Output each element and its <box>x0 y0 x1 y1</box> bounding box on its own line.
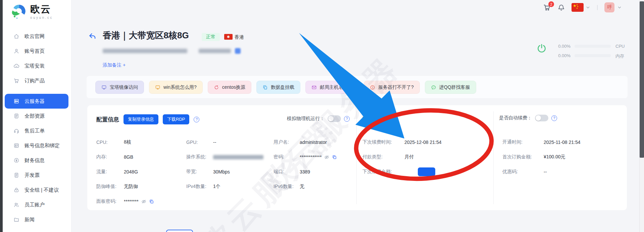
bell-icon <box>557 4 565 11</box>
window-edge <box>0 0 3 232</box>
topbar-divider: | <box>597 4 598 10</box>
chevron-down-icon[interactable] <box>586 5 590 10</box>
back-button[interactable] <box>88 32 97 42</box>
sidebar-item-label: 订购产品 <box>24 78 45 84</box>
server-icon <box>13 98 19 104</box>
tag-server-wont-open[interactable]: 服务器打不开了? <box>364 81 420 94</box>
yen-icon <box>13 157 19 163</box>
eye-off-icon[interactable] <box>324 154 330 160</box>
user-icon <box>13 48 19 54</box>
brand-logo-icon <box>10 3 28 22</box>
copy-icon[interactable] <box>235 48 241 54</box>
sidebar-item-staff-accounts[interactable]: 员工账户 <box>3 197 71 212</box>
quick-links-panel: 宝塔镜像访问 win系统怎么用? centos换源 数据盘挂载 邮局主机名修改 … <box>87 76 628 98</box>
field-port: 端口:3389 <box>274 164 337 179</box>
payment-column: 下次续费时间:2025-12-08 21:54 付款类型:月付 下次续费金额: <box>362 135 442 179</box>
users-icon <box>13 202 19 208</box>
tag-qq-support[interactable]: 进QQ群找客服 <box>425 81 476 94</box>
folder-icon <box>13 217 19 223</box>
redacted-instance-id <box>103 49 187 53</box>
tag-mail-hostname[interactable]: 邮局主机名修改 <box>305 81 359 94</box>
field-pay-type: 付款类型:月付 <box>362 150 442 164</box>
sidebar-item-support-ticket[interactable]: 售后工单 <box>3 123 71 138</box>
sidebar-item-invoice[interactable]: 开发票 <box>3 168 71 183</box>
section-divider <box>356 111 357 204</box>
tag-bt-image-access[interactable]: 宝塔镜像访问 <box>95 81 144 94</box>
field-next-renew-time: 下次续费时间:2025-12-08 21:54 <box>362 135 442 150</box>
sidebar-item-official-site[interactable]: 欧云官网 <box>3 29 71 44</box>
sidebar-item-label: 账号信息和绑定 <box>24 143 60 149</box>
sidebar-item-all-resources[interactable]: 全部资源 <box>3 109 71 123</box>
redacted-ip-address <box>199 49 231 53</box>
cart-icon <box>13 78 19 84</box>
back-arrow-icon <box>88 32 97 41</box>
download-rdp-button[interactable]: 下载RDP <box>163 114 189 124</box>
sidebar-item-account-info[interactable]: 账号信息和绑定 <box>3 138 71 153</box>
sidebar-item-order-products[interactable]: 订购产品 <box>3 73 71 88</box>
cart-button[interactable]: 2 <box>543 3 551 11</box>
lock-icon <box>13 187 19 193</box>
sidebar-item-finance-info[interactable]: 财务信息 <box>3 153 71 168</box>
tag-centos-mirror[interactable]: centos换源 <box>208 81 251 94</box>
tag-data-disk-mount[interactable]: 数据盘挂载 <box>256 81 300 94</box>
hongkong-flag-icon: ✽ <box>224 34 233 40</box>
power-icon <box>536 43 547 54</box>
notifications-button[interactable] <box>557 4 565 11</box>
headset-icon <box>13 128 19 134</box>
field-username: 用户名:administrator <box>274 135 337 150</box>
server-detail-card: 配置信息 复制登录信息 下载RDP ? 模拟物理机运行： ? CPU:8核 内存… <box>87 105 627 210</box>
add-note-link[interactable]: 添加备注 + <box>103 62 126 68</box>
renewal-column: 开通时间:2025-11-08 21:54 首次订购金额:¥100.00元 优惠… <box>502 135 581 179</box>
avatar[interactable]: 呼 <box>604 2 614 12</box>
config-column-2: GPU:-- 操作系统: 带宽:30Mbps IPv4数量:1个 <box>186 135 263 194</box>
mail-icon <box>311 85 317 90</box>
sidebar-item-label: 账号首页 <box>24 48 45 54</box>
copy-icon[interactable] <box>332 155 337 160</box>
sidebar-item-account-home[interactable]: 账号首页 <box>3 44 71 59</box>
field-defense: 防御峰值:无防御 <box>96 179 154 194</box>
sidebar-item-label: 新闻 <box>24 217 35 223</box>
config-column-3: 用户名:administrator 密码: ************ 端口:33… <box>274 135 337 194</box>
auto-renew-label: 是否自动续费： <box>499 115 532 121</box>
copy-icon[interactable] <box>149 199 154 204</box>
field-os: 操作系统: <box>186 150 263 164</box>
mem-percent: 0.00% <box>553 53 571 58</box>
home-icon <box>13 33 19 39</box>
sidebar-item-label: 售后工单 <box>24 128 45 134</box>
chevron-down-icon[interactable] <box>617 5 622 10</box>
cutoff-action-button[interactable] <box>166 230 193 232</box>
simulate-physical-toggle[interactable] <box>328 115 341 122</box>
language-flag-china[interactable]: ★ <box>572 3 584 12</box>
tag-win-howto[interactable]: win系统怎么用? <box>149 81 203 94</box>
page-title: 香港｜大带宽区8核8G <box>103 30 189 41</box>
help-icon[interactable]: ? <box>344 116 350 122</box>
brand-logo[interactable]: 欧云 ouyun.cc <box>3 0 71 29</box>
sidebar-item-news[interactable]: 新闻 <box>3 212 71 227</box>
brand-domain: ouyun.cc <box>30 16 53 20</box>
renew-button[interactable] <box>418 167 435 176</box>
field-password: 密码: ************ <box>274 150 337 164</box>
field-ipv6: IPv6数量:无 <box>274 179 337 194</box>
mem-meter <box>575 54 611 57</box>
cloud-icon <box>13 63 19 69</box>
help-icon[interactable]: ? <box>194 117 199 122</box>
field-next-renew-amount: 下次续费金额: <box>362 164 442 179</box>
scrollbar-thumb[interactable] <box>640 1 644 158</box>
sidebar-item-security-group[interactable]: 安全组 | 不建议 <box>3 183 71 197</box>
sidebar-item-label: 财务信息 <box>24 157 45 164</box>
alert-icon <box>370 85 375 90</box>
eye-off-icon[interactable] <box>141 199 147 204</box>
redacted-os-value <box>213 155 263 159</box>
sidebar-item-label: 全部资源 <box>24 113 45 119</box>
auto-renew-toggle[interactable] <box>535 115 548 121</box>
mem-meter-label: 内存 <box>615 53 624 59</box>
copy-login-button[interactable]: 复制登录信息 <box>123 114 158 124</box>
help-icon[interactable]: ? <box>551 115 557 121</box>
sidebar-item-label: 员工账户 <box>24 202 45 208</box>
scrollbar[interactable] <box>639 0 644 232</box>
sidebar-item-label: 安全组 | 不建议 <box>24 187 59 193</box>
sidebar-item-cloud-server[interactable]: 云服务器 <box>5 94 68 109</box>
power-button[interactable] <box>536 43 547 55</box>
sidebar-item-bt-install[interactable]: 宝塔安装 <box>3 59 71 73</box>
idcard-icon <box>13 143 19 149</box>
